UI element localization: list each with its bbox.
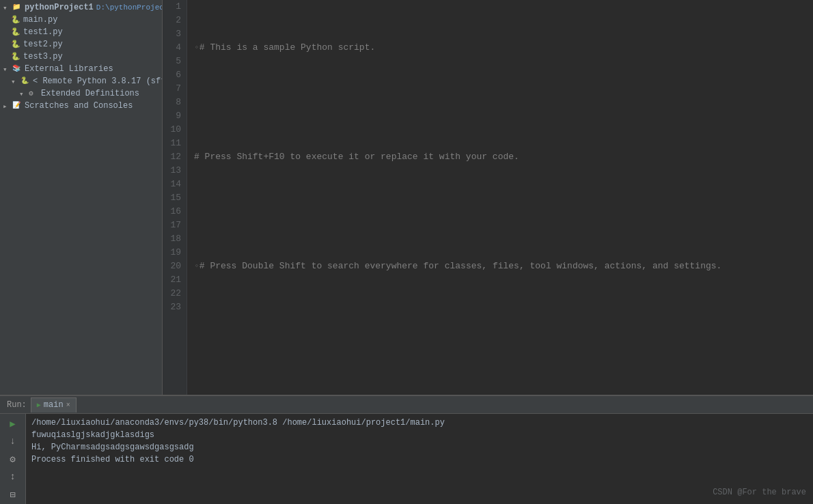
tab-close-button[interactable]: × <box>66 402 70 409</box>
run-tab-name: main <box>44 400 64 410</box>
project-folder-icon <box>12 3 22 12</box>
project-path: D:\pythonProject <box>96 3 162 12</box>
scroll-button[interactable]: ↕ <box>4 470 22 484</box>
py-icon: 🐍 <box>11 40 20 49</box>
ext-lib-icon <box>12 64 22 74</box>
run-output: /home/liuxiaohui/anaconda3/envs/py38/bin… <box>26 414 813 504</box>
code-line-3: # Press Shift+F10 to execute it or repla… <box>194 150 813 164</box>
comment: # Press Double Shift to search everywher… <box>199 260 722 273</box>
comment: # This is a sample Python script. <box>199 41 375 55</box>
scratch-icon <box>12 101 22 111</box>
remote-icon <box>20 76 30 86</box>
line-numbers: 1 2 3 4 5 6 7 8 9 10 11 12 13 14 15 16 1… <box>163 0 187 395</box>
project-name: pythonProject1 <box>25 3 94 12</box>
file-test3-py[interactable]: 🐍 test3.py <box>0 51 162 63</box>
file-label: test1.py <box>23 27 63 37</box>
ext-lib-label: External Libraries <box>25 64 113 74</box>
code-line-4 <box>194 205 813 219</box>
py-icon: 🐍 <box>11 52 20 61</box>
settings-button[interactable]: ⚙ <box>4 452 22 466</box>
arrow-icon <box>11 77 19 85</box>
run-tab-main[interactable]: main × <box>31 397 77 412</box>
run-label: Run: <box>3 400 31 410</box>
code-line-1: ◦# This is a sample Python script. <box>194 41 813 55</box>
py-icon: 🐍 <box>11 15 20 25</box>
extended-definitions[interactable]: Extended Definitions <box>0 87 162 100</box>
run-tabs-bar: Run: main × <box>0 396 813 414</box>
layout-button[interactable]: ⊟ <box>4 488 22 501</box>
remote-label: < Remote Python 3.8.17 (sftp:/ <box>33 76 162 86</box>
arrow-icon <box>19 89 27 98</box>
code-line-2 <box>194 96 813 109</box>
output-line-1: /home/liuxiaohui/anaconda3/envs/py38/bin… <box>31 417 808 429</box>
run-scroll-down-button[interactable]: ↓ <box>4 434 22 448</box>
run-play-button[interactable]: ▶ <box>4 417 22 430</box>
remote-python[interactable]: < Remote Python 3.8.17 (sftp:/ <box>0 75 162 87</box>
file-test2-py[interactable]: 🐍 test2.py <box>0 38 162 51</box>
file-tree[interactable]: pythonProject1 D:\pythonProject 🐍 main.p… <box>0 0 163 395</box>
comment: # Press Shift+F10 to execute it or repla… <box>194 150 519 164</box>
scratches-consoles[interactable]: Scratches and Consoles <box>0 100 162 112</box>
run-tool-buttons: ▶ ↓ ⚙ ↕ ⊟ <box>0 414 26 504</box>
run-panel: Run: main × ▶ ↓ ⚙ ↕ ⊟ /home/liuxiaohui/a… <box>0 395 813 504</box>
ext-def-icon <box>29 89 38 98</box>
external-libraries[interactable]: External Libraries <box>0 63 162 75</box>
code-line-7 <box>194 369 813 382</box>
watermark: CSDN @For the brave <box>713 488 806 497</box>
file-main-py[interactable]: 🐍 main.py <box>0 14 162 26</box>
file-test1-py[interactable]: 🐍 test1.py <box>0 26 162 38</box>
scratch-label: Scratches and Consoles <box>25 101 133 111</box>
watermark-text: CSDN @For the brave <box>713 488 806 497</box>
run-output-area: ▶ ↓ ⚙ ↕ ⊟ /home/liuxiaohui/anaconda3/env… <box>0 414 813 504</box>
file-label: test2.py <box>23 40 63 49</box>
editor-body[interactable]: 1 2 3 4 5 6 7 8 9 10 11 12 13 14 15 16 1… <box>163 0 813 395</box>
output-line-2: fuwuqiaslgjskadjgklasdigs <box>31 429 808 441</box>
code-lines[interactable]: ◦# This is a sample Python script. # Pre… <box>187 0 813 395</box>
arrow-icon <box>3 3 11 12</box>
output-line-3: Hi, PyCharmsadgsadgsgawsdgasgsadg <box>31 441 808 453</box>
file-label: main.py <box>23 15 57 25</box>
output-line-5: Process finished with exit code 0 <box>31 453 808 466</box>
code-editor[interactable]: 1 2 3 4 5 6 7 8 9 10 11 12 13 14 15 16 1… <box>163 0 813 395</box>
ext-def-label: Extended Definitions <box>41 89 139 98</box>
run-tab-icon <box>37 400 41 410</box>
py-icon: 🐍 <box>11 27 20 37</box>
file-label: test3.py <box>23 52 63 61</box>
code-line-6 <box>194 314 813 328</box>
code-line-5: ◦# Press Double Shift to search everywhe… <box>194 260 813 273</box>
arrow-icon <box>3 102 11 110</box>
arrow-icon <box>3 65 11 73</box>
project-root[interactable]: pythonProject1 D:\pythonProject <box>0 1 162 14</box>
